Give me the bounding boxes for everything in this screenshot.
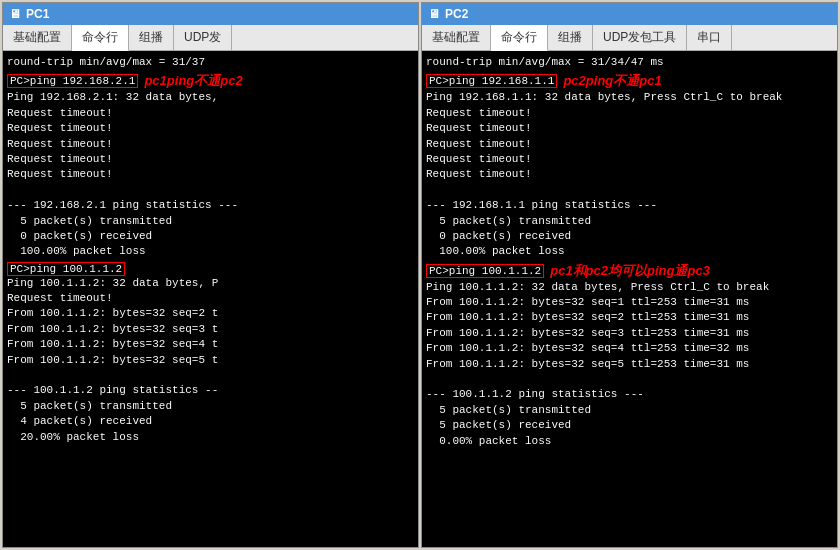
terminal-body-line: Request timeout! xyxy=(426,121,833,136)
annotation-pc1-0: pc1ping不通pc2 xyxy=(144,72,242,90)
terminal-body-line: Request timeout! xyxy=(426,106,833,121)
cmd-wrapper-pc1-1: PC>ping 100.1.1.2 xyxy=(7,262,414,276)
annotation-pc2-0: pc2ping不通pc1 xyxy=(563,72,661,90)
terminal-stat-line: 100.00% packet loss xyxy=(426,244,833,259)
window-icon-pc2: 🖥 xyxy=(428,7,440,21)
terminal-body-line: Request timeout! xyxy=(426,167,833,182)
terminal-stat-line: 5 packet(s) transmitted xyxy=(7,399,414,414)
cmd-wrapper-pc1-0: PC>ping 192.168.2.1pc1ping不通pc2 xyxy=(7,72,414,90)
window-title-pc2: PC2 xyxy=(445,7,468,21)
annotation-pc2-1: pc1和pc2均可以ping通pc3 xyxy=(550,262,710,280)
terminal-body-line: Ping 100.1.1.2: 32 data bytes, P xyxy=(7,276,414,291)
terminal-stat-line: 0 packet(s) received xyxy=(426,229,833,244)
terminal-body-line: Request timeout! xyxy=(426,137,833,152)
terminal-body-line: From 100.1.1.2: bytes=32 seq=3 ttl=253 t… xyxy=(426,326,833,341)
terminal-stat-line: 100.00% packet loss xyxy=(7,244,414,259)
window-icon-pc1: 🖥 xyxy=(9,7,21,21)
terminal-body-line: Request timeout! xyxy=(7,121,414,136)
terminal-stat-line: --- 192.168.1.1 ping statistics --- xyxy=(426,198,833,213)
terminal-body-line: Request timeout! xyxy=(426,152,833,167)
terminal-body-line: From 100.1.1.2: bytes=32 seq=4 ttl=253 t… xyxy=(426,341,833,356)
cmd-box-pc2-1: PC>ping 100.1.1.2 xyxy=(426,264,544,278)
terminal-body-line: Ping 192.168.2.1: 32 data bytes, xyxy=(7,90,414,105)
tab-pc2-0[interactable]: 基础配置 xyxy=(422,25,491,50)
terminal-body-line: Ping 192.168.1.1: 32 data bytes, Press C… xyxy=(426,90,833,105)
terminal-body-line: From 100.1.1.2: bytes=32 seq=2 ttl=253 t… xyxy=(426,310,833,325)
cmd-box-pc1-0: PC>ping 192.168.2.1 xyxy=(7,74,138,88)
terminal-blank-line xyxy=(7,368,414,383)
terminal-body-line: From 100.1.1.2: bytes=32 seq=3 t xyxy=(7,322,414,337)
title-bar-pc1: 🖥PC1 xyxy=(3,3,418,25)
terminal-stat-line: 5 packet(s) transmitted xyxy=(426,403,833,418)
tab-pc1-3[interactable]: UDP发 xyxy=(174,25,232,50)
terminal-blank-line xyxy=(426,183,833,198)
title-bar-pc2: 🖥PC2 xyxy=(422,3,837,25)
cmd-box-pc1-1: PC>ping 100.1.1.2 xyxy=(7,262,125,276)
window-pc1: 🖥PC1基础配置命令行组播UDP发round-trip min/avg/max … xyxy=(2,2,419,548)
tab-bar-pc1: 基础配置命令行组播UDP发 xyxy=(3,25,418,51)
terminal-stat-line: --- 192.168.2.1 ping statistics --- xyxy=(7,198,414,213)
terminal-stat-line: --- 100.1.1.2 ping statistics --- xyxy=(426,387,833,402)
terminal-body-line: Request timeout! xyxy=(7,167,414,182)
terminal-blank-line xyxy=(7,183,414,198)
terminal-body-line: Request timeout! xyxy=(7,106,414,121)
tab-bar-pc2: 基础配置命令行组播UDP发包工具串口 xyxy=(422,25,837,51)
terminal-stat-line: 5 packet(s) transmitted xyxy=(426,214,833,229)
terminal-pc2: round-trip min/avg/max = 31/34/47 msPC>p… xyxy=(422,51,837,547)
cmd-wrapper-pc2-0: PC>ping 192.168.1.1pc2ping不通pc1 xyxy=(426,72,833,90)
cmd-box-pc2-0: PC>ping 192.168.1.1 xyxy=(426,74,557,88)
terminal-top-line: round-trip min/avg/max = 31/34/47 ms xyxy=(426,55,833,70)
tab-pc2-2[interactable]: 组播 xyxy=(548,25,593,50)
terminal-stat-line: 5 packet(s) transmitted xyxy=(7,214,414,229)
terminal-body-line: From 100.1.1.2: bytes=32 seq=5 t xyxy=(7,353,414,368)
terminal-stat-line: 0 packet(s) received xyxy=(7,229,414,244)
terminal-stat-line: 20.00% packet loss xyxy=(7,430,414,445)
tab-pc1-1[interactable]: 命令行 xyxy=(72,25,129,51)
terminal-body-line: Ping 100.1.1.2: 32 data bytes, Press Ctr… xyxy=(426,280,833,295)
terminal-body-line: Request timeout! xyxy=(7,137,414,152)
tab-pc2-3[interactable]: UDP发包工具 xyxy=(593,25,687,50)
window-pc2: 🖥PC2基础配置命令行组播UDP发包工具串口round-trip min/avg… xyxy=(421,2,838,548)
terminal-blank-line xyxy=(426,372,833,387)
terminal-pc1: round-trip min/avg/max = 31/37PC>ping 19… xyxy=(3,51,418,547)
terminal-body-line: Request timeout! xyxy=(7,291,414,306)
windows-container: 🖥PC1基础配置命令行组播UDP发round-trip min/avg/max … xyxy=(0,0,840,550)
terminal-top-line: round-trip min/avg/max = 31/37 xyxy=(7,55,414,70)
terminal-stat-line: 5 packet(s) received xyxy=(426,418,833,433)
terminal-stat-line: --- 100.1.1.2 ping statistics -- xyxy=(7,383,414,398)
terminal-body-line: From 100.1.1.2: bytes=32 seq=5 ttl=253 t… xyxy=(426,357,833,372)
terminal-body-line: From 100.1.1.2: bytes=32 seq=2 t xyxy=(7,306,414,321)
tab-pc1-2[interactable]: 组播 xyxy=(129,25,174,50)
tab-pc2-1[interactable]: 命令行 xyxy=(491,25,548,51)
window-title-pc1: PC1 xyxy=(26,7,49,21)
terminal-body-line: From 100.1.1.2: bytes=32 seq=1 ttl=253 t… xyxy=(426,295,833,310)
tab-pc2-4[interactable]: 串口 xyxy=(687,25,732,50)
terminal-stat-line: 4 packet(s) received xyxy=(7,414,414,429)
terminal-body-line: From 100.1.1.2: bytes=32 seq=4 t xyxy=(7,337,414,352)
terminal-body-line: Request timeout! xyxy=(7,152,414,167)
tab-pc1-0[interactable]: 基础配置 xyxy=(3,25,72,50)
terminal-stat-line: 0.00% packet loss xyxy=(426,434,833,449)
cmd-wrapper-pc2-1: PC>ping 100.1.1.2pc1和pc2均可以ping通pc3 xyxy=(426,262,833,280)
